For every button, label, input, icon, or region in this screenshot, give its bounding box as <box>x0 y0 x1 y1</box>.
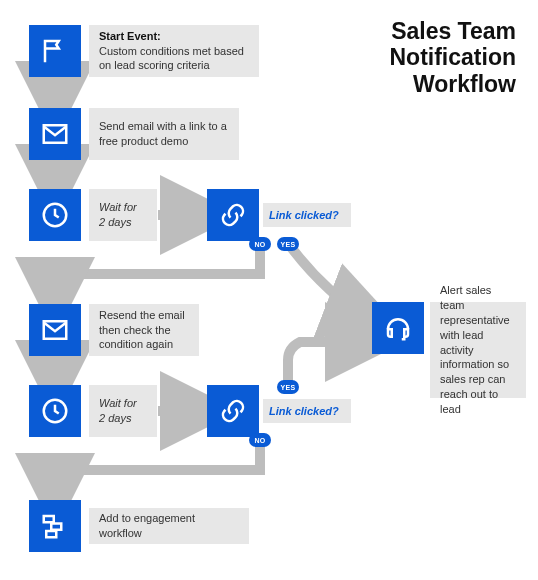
send-email-text: Send email with a link to a free product… <box>99 119 229 149</box>
flag-icon <box>29 25 81 77</box>
svg-rect-9 <box>44 516 54 522</box>
start-text: Custom conditions met based on lead scor… <box>99 44 249 74</box>
link1-no-pill: NO <box>249 237 271 251</box>
title-line-2: Notification <box>390 44 517 70</box>
wait1-l1: Wait for <box>99 200 147 215</box>
resend-label: Resend the email then check the conditio… <box>89 304 199 356</box>
wait2-l1: Wait for <box>99 396 147 411</box>
link1-yes-pill: YES <box>277 237 299 251</box>
title-line-3: Workflow <box>390 71 517 97</box>
wait2-l2: 2 days <box>99 411 147 426</box>
diagram-title: Sales Team Notification Workflow <box>390 18 517 97</box>
start-heading: Start Event: <box>99 29 249 44</box>
send-email-label: Send email with a link to a free product… <box>89 108 239 160</box>
svg-rect-11 <box>46 531 56 537</box>
resend-text: Resend the email then check the conditio… <box>99 308 189 353</box>
workflow-icon <box>29 500 81 552</box>
alert-label: Alert sales team representative with lea… <box>430 302 526 398</box>
wait1-l2: 2 days <box>99 215 147 230</box>
start-label: Start Event: Custom conditions met based… <box>89 25 259 77</box>
clock-icon <box>29 189 81 241</box>
svg-rect-10 <box>51 524 61 530</box>
mail-icon-2 <box>29 304 81 356</box>
wait1-label: Wait for 2 days <box>89 189 157 241</box>
title-line-1: Sales Team <box>390 18 517 44</box>
link2-yes-pill: YES <box>277 380 299 394</box>
engage-label: Add to engagement workflow <box>89 508 249 544</box>
link2-question: Link clicked? <box>263 399 351 423</box>
engage-text: Add to engagement workflow <box>99 511 239 541</box>
alert-text: Alert sales team representative with lea… <box>440 283 516 417</box>
mail-icon <box>29 108 81 160</box>
link-icon <box>207 189 259 241</box>
headset-icon <box>372 302 424 354</box>
wait2-label: Wait for 2 days <box>89 385 157 437</box>
clock-icon-2 <box>29 385 81 437</box>
link1-question: Link clicked? <box>263 203 351 227</box>
link-icon-2 <box>207 385 259 437</box>
link2-no-pill: NO <box>249 433 271 447</box>
